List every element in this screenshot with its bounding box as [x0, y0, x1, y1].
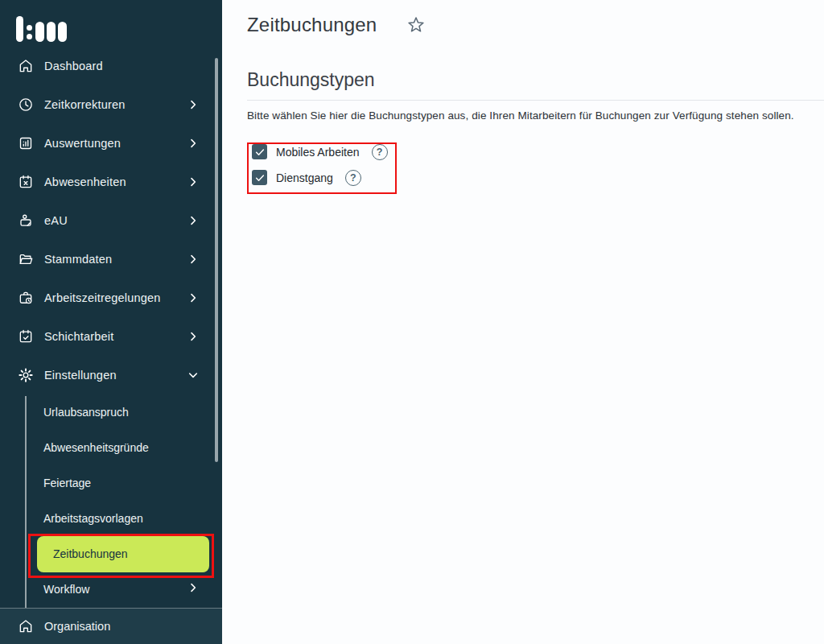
section-description: Bitte wählen Sie hier die Buchungstypen … — [247, 109, 824, 122]
checkmark-icon — [254, 147, 266, 158]
einstellungen-submenu: Urlaubsanspruch Abwesenheitsgründe Feier… — [0, 394, 222, 607]
booking-type-list: Mobiles Arbeiten ? Dienstgang ? — [247, 142, 388, 188]
sidebar-item-eau[interactable]: eAU — [0, 201, 222, 240]
person-card-icon — [18, 213, 34, 229]
checkbox-dienstgang[interactable] — [252, 170, 267, 185]
sidebar-item-schichtarbeit[interactable]: Schichtarbeit — [0, 317, 222, 356]
gear-icon — [18, 367, 34, 383]
sidebar-item-label: Dashboard — [44, 60, 200, 72]
sidebar-item-label: Auswertungen — [44, 137, 187, 150]
sidebar-item-label: Arbeitszeitregelungen — [44, 291, 187, 304]
sidebar-scrollbar[interactable] — [215, 58, 218, 462]
home-icon — [18, 58, 34, 74]
sidebar-item-label: Einstellungen — [44, 369, 187, 382]
help-icon[interactable]: ? — [345, 170, 361, 186]
chevron-right-icon — [187, 98, 200, 111]
logo-shape — [16, 16, 23, 42]
submenu-item-label: Feiertage — [43, 477, 200, 489]
booking-type-row-dienstgang: Dienstgang ? — [247, 167, 388, 188]
chevron-right-icon — [187, 214, 200, 227]
sidebar-item-label: eAU — [44, 214, 187, 227]
page-header: Zeitbuchungen — [247, 14, 824, 36]
calendar-x-icon — [18, 174, 34, 190]
sidebar-item-organisation[interactable]: Organisation — [0, 609, 222, 644]
sidebar: Dashboard Zeitkorrekturen Auswertungen — [0, 0, 222, 644]
submenu-item-label: Zeitbuchungen — [43, 547, 200, 560]
bar-chart-icon — [18, 135, 34, 151]
section-heading: Buchungstypen — [247, 69, 824, 101]
chevron-right-icon — [187, 330, 200, 343]
sidebar-item-zeitkorrekturen[interactable]: Zeitkorrekturen — [0, 85, 222, 124]
home-icon — [18, 618, 34, 634]
page-title: Zeitbuchungen — [247, 14, 377, 36]
submenu-item-label: Urlaubsanspruch — [43, 406, 200, 419]
main-content: Zeitbuchungen Buchungstypen Bitte wählen… — [222, 0, 824, 644]
sidebar-item-feiertage[interactable]: Feiertage — [0, 465, 222, 501]
chevron-right-icon — [187, 175, 200, 188]
logo-shape — [47, 22, 56, 42]
sidebar-item-label: Abwesenheiten — [44, 175, 187, 188]
sidebar-item-label: Organisation — [44, 620, 110, 633]
calendar-check-icon — [18, 328, 34, 345]
sidebar-item-label: Stammdaten — [44, 253, 187, 266]
checkmark-icon — [254, 172, 266, 184]
booking-type-row-mobiles-arbeiten: Mobiles Arbeiten ? — [247, 142, 388, 162]
app-window: Dashboard Zeitkorrekturen Auswertungen — [0, 0, 824, 644]
help-icon[interactable]: ? — [372, 144, 388, 160]
sidebar-item-label: Zeitkorrekturen — [44, 98, 187, 111]
logo-shape — [35, 22, 44, 42]
clock-icon — [18, 97, 34, 113]
checkbox-label: Mobiles Arbeiten — [276, 146, 360, 159]
sidebar-item-arbeitszeitregelungen[interactable]: Arbeitszeitregelungen — [0, 279, 222, 317]
chevron-right-icon — [187, 137, 200, 150]
brand-logo[interactable] — [16, 13, 69, 42]
sidebar-item-einstellungen[interactable]: Einstellungen — [0, 356, 222, 394]
chevron-right-icon — [187, 581, 200, 597]
chevron-right-icon — [187, 253, 200, 266]
checkbox-mobiles-arbeiten[interactable] — [252, 144, 267, 159]
sidebar-item-auswertungen[interactable]: Auswertungen — [0, 124, 222, 163]
chevron-down-icon — [187, 369, 200, 382]
logo-shape — [58, 22, 67, 42]
checkbox-label: Dienstgang — [276, 171, 333, 184]
logo-shape — [27, 25, 32, 39]
star-outline-icon[interactable] — [406, 15, 426, 35]
sidebar-item-zeitbuchungen-active[interactable]: Zeitbuchungen — [0, 536, 222, 572]
sidebar-item-arbeitstagsvorlagen[interactable]: Arbeitstagsvorlagen — [0, 501, 222, 536]
sidebar-item-abwesenheiten[interactable]: Abwesenheiten — [0, 163, 222, 201]
sidebar-item-stammdaten[interactable]: Stammdaten — [0, 240, 222, 279]
sidebar-nav: Dashboard Zeitkorrekturen Auswertungen — [0, 47, 222, 394]
briefcase-clock-icon — [18, 290, 34, 306]
sidebar-item-dashboard[interactable]: Dashboard — [0, 47, 222, 85]
submenu-item-label: Abwesenheitsgründe — [43, 441, 200, 454]
folder-open-icon — [18, 251, 34, 267]
sidebar-item-abwesenheitsgruende[interactable]: Abwesenheitsgründe — [0, 430, 222, 465]
sidebar-item-label: Schichtarbeit — [44, 330, 187, 343]
chevron-right-icon — [187, 291, 200, 304]
submenu-item-label: Arbeitstagsvorlagen — [43, 512, 200, 525]
submenu-item-label: Workflow — [43, 583, 187, 596]
sidebar-item-urlaubsanspruch[interactable]: Urlaubsanspruch — [0, 394, 222, 430]
sidebar-item-workflow[interactable]: Workflow — [0, 572, 222, 607]
